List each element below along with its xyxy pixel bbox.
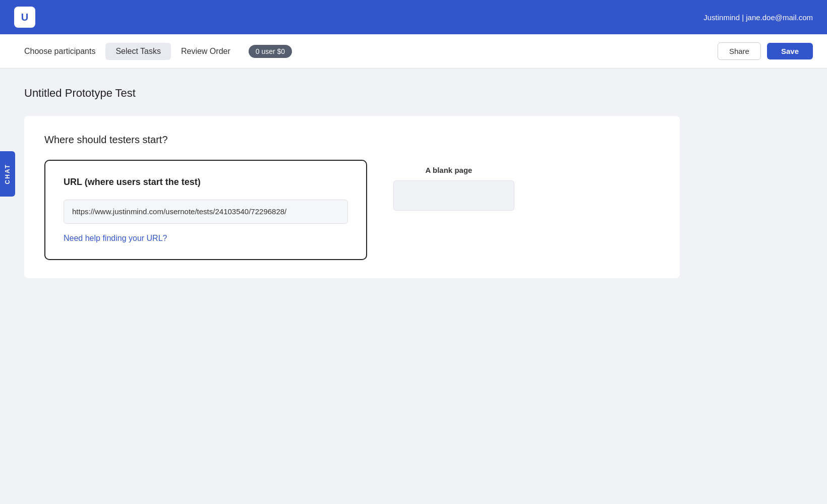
url-input[interactable] [72, 207, 339, 216]
app-logo: U [14, 7, 35, 28]
nav-review-order[interactable]: Review Order [171, 43, 241, 60]
right-panel: A blank page [383, 160, 514, 211]
url-input-wrapper [64, 200, 348, 224]
user-info: Justinmind | jane.doe@mail.com [703, 13, 813, 22]
nav-choose-participants[interactable]: Choose participants [14, 43, 105, 60]
url-box: URL (where users start the test) Need he… [44, 160, 367, 260]
content-card: Where should testers start? URL (where u… [24, 116, 680, 278]
chat-tab[interactable]: CHAT [0, 151, 15, 197]
app-header: U Justinmind | jane.doe@mail.com [0, 0, 827, 34]
main-content: Untitled Prototype Test Where should tes… [0, 69, 827, 296]
help-link[interactable]: Need help finding your URL? [64, 234, 167, 242]
navigation-bar: Choose participants Select Tasks Review … [0, 34, 827, 69]
nav-select-tasks[interactable]: Select Tasks [105, 43, 171, 60]
logo-text: U [21, 12, 28, 23]
blank-page-box[interactable] [393, 180, 514, 211]
url-box-title: URL (where users start the test) [64, 177, 348, 187]
nav-actions: Share Save [718, 42, 813, 60]
save-button[interactable]: Save [767, 43, 813, 59]
user-cost-badge[interactable]: 0 user $0 [249, 45, 292, 58]
share-button[interactable]: Share [718, 42, 761, 60]
section-title: Where should testers start? [44, 134, 660, 146]
blank-page-label: A blank page [383, 166, 514, 174]
page-title: Untitled Prototype Test [24, 87, 803, 100]
chat-tab-label: CHAT [4, 164, 11, 184]
two-col-layout: URL (where users start the test) Need he… [44, 160, 660, 260]
